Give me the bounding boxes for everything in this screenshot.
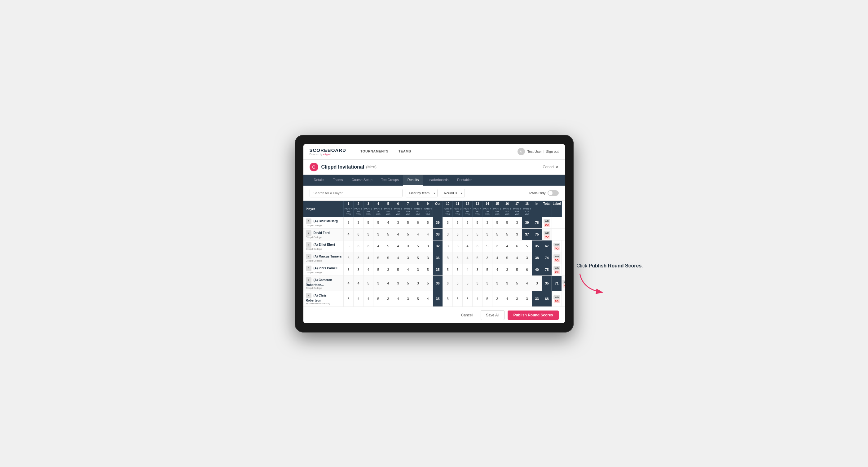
score-h5[interactable]: 5 [383,228,393,240]
score-h15[interactable]: 4 [492,264,502,276]
score-h14[interactable]: 3 [483,217,492,229]
score-h9[interactable]: 4 [423,291,433,307]
score-h9[interactable]: 5 [423,217,433,229]
score-h16[interactable]: 3 [502,276,512,291]
score-h19[interactable]: 3 [532,276,542,291]
score-h8[interactable]: 4 [413,228,423,240]
score-h12[interactable]: 5 [463,276,472,291]
score-h7[interactable]: 5 [403,217,413,229]
nav-teams[interactable]: TEAMS [394,144,416,160]
score-h12[interactable]: 3 [463,291,472,307]
score-h12[interactable]: 4 [463,264,472,276]
nav-tournaments[interactable]: TOURNAMENTS [355,144,394,160]
score-h15[interactable]: 5 [492,228,502,240]
score-h8[interactable]: 3 [413,276,423,291]
round-select[interactable]: Round 3 [441,189,465,197]
score-h1[interactable]: 5 [344,240,353,252]
score-h4[interactable]: 5 [373,264,383,276]
score-h1[interactable]: 3 [344,264,353,276]
score-h12[interactable]: 4 [463,240,472,252]
score-h16[interactable]: 4 [502,291,512,307]
score-h18[interactable]: 5 [522,240,532,252]
score-h7[interactable]: 5 [403,276,413,291]
score-h12[interactable]: 5 [463,228,472,240]
score-h3[interactable]: 5 [364,217,373,229]
score-h13[interactable]: 3 [472,276,483,291]
score-h6[interactable]: 4 [393,240,403,252]
score-h9[interactable]: 3 [423,240,433,252]
score-h11[interactable]: 5 [453,240,463,252]
score-h18[interactable]: 3 [522,291,532,307]
score-h17[interactable]: 4 [512,252,522,264]
score-h8[interactable]: 6 [413,217,423,229]
score-h13[interactable]: 5 [472,217,483,229]
score-h17[interactable]: 5 [512,276,522,291]
score-h7[interactable]: 4 [403,264,413,276]
score-h3[interactable]: 4 [364,291,373,307]
score-h11[interactable]: 5 [453,252,463,264]
score-h17[interactable]: 3 [512,217,522,229]
tab-details[interactable]: Details [310,175,329,186]
score-h16[interactable]: 5 [502,252,512,264]
score-h2[interactable]: 3 [353,217,364,229]
score-h9[interactable]: 3 [423,252,433,264]
score-h7[interactable]: 3 [403,291,413,307]
score-h12[interactable]: 6 [463,217,472,229]
score-h8[interactable]: 5 [413,240,423,252]
score-h17[interactable]: 6 [512,240,522,252]
score-h14[interactable]: 3 [483,252,492,264]
score-h13[interactable]: 4 [472,291,483,307]
score-h3[interactable]: 3 [364,228,373,240]
score-h17[interactable]: 3 [512,228,522,240]
score-h7[interactable]: 5 [403,228,413,240]
score-h11[interactable]: 5 [453,217,463,229]
score-h18[interactable]: 3 [522,252,532,264]
score-h14[interactable]: 5 [483,264,492,276]
score-h1[interactable]: 4 [344,276,353,291]
tab-tee-groups[interactable]: Tee Groups [377,175,403,186]
score-h4[interactable]: 3 [373,276,383,291]
score-h17[interactable]: 5 [512,264,522,276]
score-h9[interactable]: 5 [423,276,433,291]
score-h13[interactable]: 5 [472,228,483,240]
score-h6[interactable]: 4 [393,291,403,307]
score-h10[interactable]: 3 [443,240,453,252]
tab-results[interactable]: Results [403,175,423,186]
score-h14[interactable]: 3 [483,276,492,291]
score-h10[interactable]: 3 [443,217,453,229]
score-h11[interactable]: 3 [453,276,463,291]
score-h2[interactable]: 4 [353,276,364,291]
score-h5[interactable]: 5 [383,240,393,252]
score-h15[interactable]: 5 [492,217,502,229]
score-h1[interactable]: 5 [344,252,353,264]
score-h10[interactable]: 3 [443,291,453,307]
score-h8[interactable]: 3 [413,264,423,276]
score-h15[interactable]: 3 [492,240,502,252]
score-h10[interactable]: 3 [443,228,453,240]
score-h4[interactable]: 4 [373,240,383,252]
totals-toggle-switch[interactable] [548,190,559,196]
score-h2[interactable]: 4 [353,291,364,307]
score-h1[interactable]: 4 [344,228,353,240]
score-h14[interactable]: 3 [483,228,492,240]
score-h18[interactable]: 4 [522,276,532,291]
score-h6[interactable]: 4 [393,228,403,240]
score-h10[interactable]: 5 [443,264,453,276]
score-h6[interactable]: 3 [393,276,403,291]
score-h5[interactable]: 3 [383,264,393,276]
tab-leaderboards[interactable]: Leaderboards [423,175,453,186]
score-h2[interactable]: 3 [353,240,364,252]
score-h3[interactable]: 4 [364,264,373,276]
score-h2[interactable]: 6 [353,228,364,240]
score-h16[interactable]: 5 [502,217,512,229]
score-h15[interactable]: 3 [492,276,502,291]
score-h16[interactable]: 5 [502,228,512,240]
tab-course-setup[interactable]: Course Setup [347,175,377,186]
score-h3[interactable]: 4 [364,252,373,264]
score-h16[interactable]: 4 [502,240,512,252]
score-h7[interactable]: 3 [403,252,413,264]
score-h4[interactable]: 3 [373,228,383,240]
score-h18[interactable]: 6 [522,264,532,276]
score-h15[interactable]: 3 [492,291,502,307]
save-all-button[interactable]: Save All [480,310,504,320]
